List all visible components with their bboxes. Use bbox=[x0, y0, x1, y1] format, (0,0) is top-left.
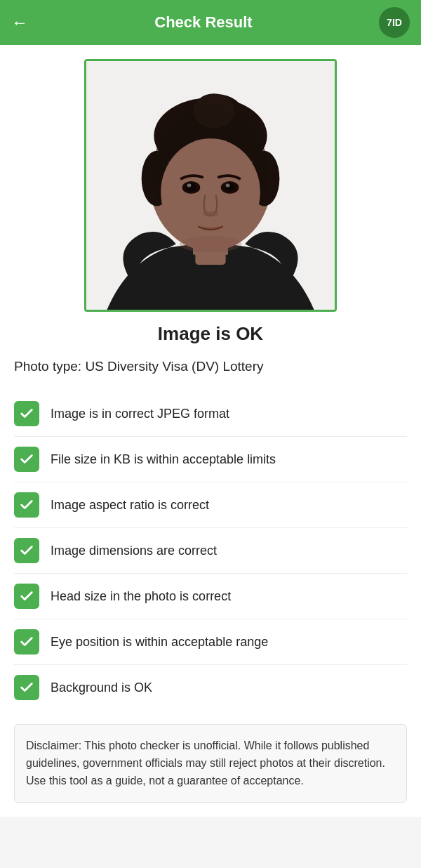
check-icon-aspect bbox=[14, 492, 39, 518]
check-item-filesize: File size in KB is within acceptable lim… bbox=[14, 437, 407, 482]
status-title: Image is OK bbox=[14, 323, 407, 345]
disclaimer-text: Disclaimer: This photo checker is unoffi… bbox=[26, 737, 395, 789]
check-icon-jpeg bbox=[14, 401, 39, 426]
check-icon-headsize bbox=[14, 584, 39, 609]
page-title: Check Result bbox=[28, 13, 379, 32]
disclaimer-box: Disclaimer: This photo checker is unoffi… bbox=[14, 724, 407, 803]
check-item-dimensions: Image dimensions are correct bbox=[14, 528, 407, 574]
check-icon-eyeposition bbox=[14, 629, 39, 655]
main-content: Image is OK Photo type: US Diversity Vis… bbox=[0, 45, 421, 803]
svg-point-20 bbox=[209, 211, 219, 216]
check-text-eyeposition: Eye position is within acceptable range bbox=[51, 635, 268, 650]
check-icon-dimensions bbox=[14, 538, 39, 563]
svg-point-15 bbox=[187, 184, 192, 188]
photo-container bbox=[14, 59, 407, 312]
passport-photo bbox=[86, 61, 335, 310]
check-item-headsize: Head size in the photo is correct bbox=[14, 574, 407, 619]
check-text-filesize: File size in KB is within acceptable lim… bbox=[51, 452, 276, 467]
svg-point-18 bbox=[226, 184, 230, 188]
check-text-background: Background is OK bbox=[51, 680, 152, 695]
check-list: Image is in correct JPEG format File siz… bbox=[14, 391, 407, 710]
check-text-jpeg: Image is in correct JPEG format bbox=[51, 407, 229, 421]
check-item-background: Background is OK bbox=[14, 665, 407, 710]
passport-photo-frame bbox=[84, 59, 337, 312]
svg-point-21 bbox=[180, 236, 242, 253]
photo-type-label: Photo type: US Diversity Visa (DV) Lotte… bbox=[14, 359, 407, 377]
check-item-jpeg: Image is in correct JPEG format bbox=[14, 391, 407, 437]
check-text-dimensions: Image dimensions are correct bbox=[51, 544, 217, 558]
check-item-eyeposition: Eye position is within acceptable range bbox=[14, 619, 407, 665]
check-text-headsize: Head size in the photo is correct bbox=[51, 589, 231, 604]
check-text-aspect: Image aspect ratio is correct bbox=[51, 498, 209, 513]
app-header: ← Check Result 7ID bbox=[0, 0, 421, 45]
check-icon-filesize bbox=[14, 447, 39, 472]
check-item-aspect: Image aspect ratio is correct bbox=[14, 482, 407, 528]
back-button[interactable]: ← bbox=[11, 13, 28, 32]
check-icon-background bbox=[14, 675, 39, 700]
app-logo: 7ID bbox=[379, 7, 410, 38]
